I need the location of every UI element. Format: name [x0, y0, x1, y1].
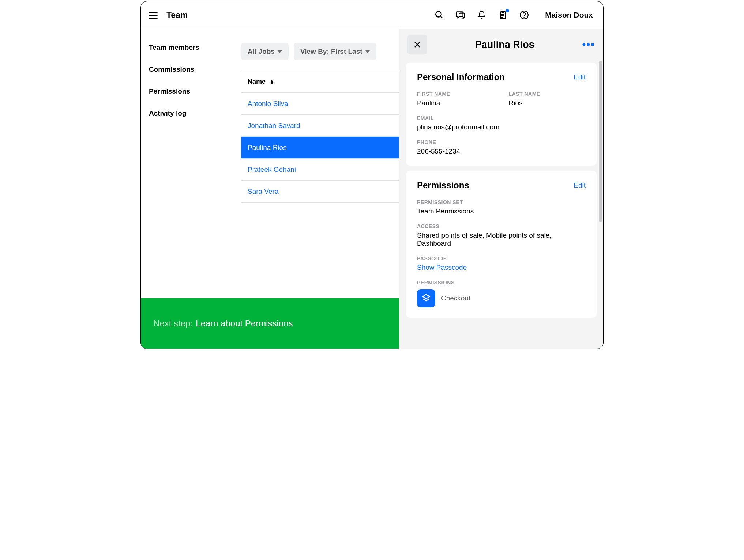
sort-asc-icon: [270, 78, 274, 86]
checkout-icon: [417, 289, 435, 307]
permissions-list-label: PERMISSIONS: [417, 280, 586, 285]
email-value: plina.rios@protonmail.com: [417, 123, 586, 131]
store-name[interactable]: Maison Doux: [545, 11, 593, 19]
detail-title: Paulina Rios: [432, 39, 577, 50]
app-window: Team Maison Doux Team members: [140, 1, 604, 349]
chevron-down-icon: [278, 50, 282, 53]
scrollbar-thumb[interactable]: [599, 61, 602, 222]
scrollbar[interactable]: [599, 61, 602, 346]
permission-item: Checkout: [417, 289, 586, 307]
phone-value: 206-555-1234: [417, 147, 586, 155]
filter-jobs-label: All Jobs: [248, 48, 275, 56]
menu-icon[interactable]: [149, 10, 160, 20]
card-title: Permissions: [417, 180, 469, 190]
header-actions: Maison Doux: [435, 10, 593, 20]
personal-info-card: Personal Information Edit FIRST NAME Pau…: [406, 63, 597, 166]
last-name-label: LAST NAME: [509, 91, 586, 97]
svg-point-0: [436, 11, 441, 17]
first-name-label: FIRST NAME: [417, 91, 494, 97]
more-button[interactable]: •••: [582, 39, 595, 50]
edit-permissions-link[interactable]: Edit: [574, 181, 586, 189]
banner-prefix: Next step:: [153, 318, 193, 329]
filter-viewby[interactable]: View By: First Last: [294, 43, 376, 60]
passcode-label: PASSCODE: [417, 256, 586, 261]
sidebar-item-activity-log[interactable]: Activity log: [149, 109, 236, 117]
close-button[interactable]: [407, 35, 427, 54]
edit-personal-link[interactable]: Edit: [574, 73, 586, 81]
first-name-value: Paulina: [417, 99, 494, 107]
header: Team Maison Doux: [141, 1, 603, 29]
permission-set-label: PERMISSION SET: [417, 199, 586, 205]
svg-point-8: [524, 17, 525, 18]
card-header: Personal Information Edit: [417, 72, 586, 82]
chat-icon[interactable]: [456, 10, 465, 20]
permission-set-value: Team Permissions: [417, 207, 586, 215]
banner-link: Learn about Permissions: [196, 318, 293, 329]
filter-jobs[interactable]: All Jobs: [241, 43, 289, 60]
email-label: EMAIL: [417, 115, 586, 121]
permissions-card: Permissions Edit PERMISSION SET Team Per…: [406, 171, 597, 318]
card-title: Personal Information: [417, 72, 505, 82]
help-icon[interactable]: [519, 10, 529, 20]
bell-icon[interactable]: [477, 10, 486, 20]
last-name-value: Rios: [509, 99, 586, 107]
sidebar-item-commissions[interactable]: Commissions: [149, 65, 236, 73]
detail-header: Paulina Rios •••: [399, 29, 603, 60]
card-header: Permissions Edit: [417, 180, 586, 190]
show-passcode-link[interactable]: Show Passcode: [417, 264, 586, 272]
sidebar-item-team-members[interactable]: Team members: [149, 43, 236, 52]
svg-line-1: [441, 16, 443, 18]
detail-panel: Paulina Rios ••• Personal Information Ed…: [399, 29, 603, 349]
permission-label: Checkout: [441, 294, 470, 302]
filter-viewby-label: View By: First Last: [300, 48, 362, 56]
chevron-down-icon: [365, 50, 370, 53]
access-label: ACCESS: [417, 223, 586, 229]
clipboard-icon[interactable]: [498, 10, 508, 20]
close-icon: [414, 41, 421, 48]
notification-dot: [506, 9, 509, 12]
phone-label: PHONE: [417, 139, 586, 145]
sidebar-item-permissions[interactable]: Permissions: [149, 87, 236, 95]
page-title: Team: [166, 10, 188, 20]
detail-body: Personal Information Edit FIRST NAME Pau…: [399, 60, 603, 349]
search-icon[interactable]: [435, 10, 444, 20]
access-value: Shared points of sale, Mobile points of …: [417, 231, 586, 247]
